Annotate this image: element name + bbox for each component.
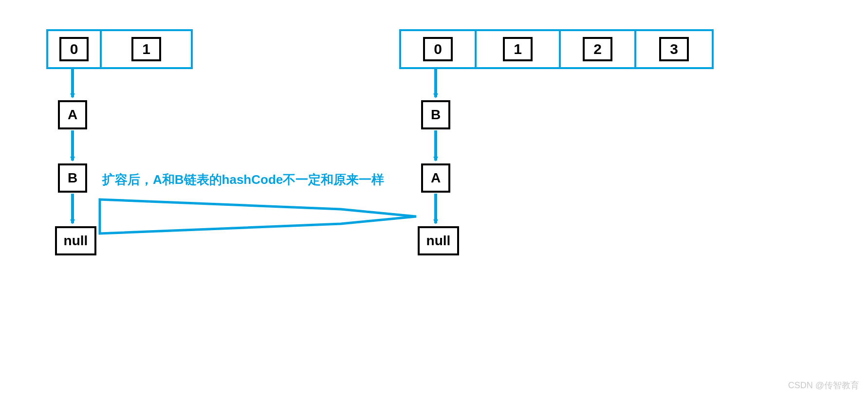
node-label: null [426,233,451,249]
diagram-root: 0 1 0 1 2 3 A B null B A null [0,0,868,396]
list-node: B [58,163,87,193]
node-label: B [68,170,77,186]
index-label: 1 [131,37,161,61]
array-cell: 3 [636,31,712,67]
array-cell: 0 [48,31,102,67]
list-node: B [421,100,450,129]
node-label: A [431,170,441,186]
node-label: null [64,233,88,249]
right-array: 0 1 2 3 [399,29,714,69]
index-label: 0 [423,37,453,61]
array-cell: 1 [102,31,191,67]
list-node: null [418,226,459,255]
node-label: A [68,107,77,123]
array-cell: 0 [401,31,477,67]
index-label: 0 [59,37,89,61]
caption-text: 扩容后，A和B链表的hashCode不一定和原来一样 [102,171,384,188]
list-node: A [421,163,450,193]
list-node: A [58,100,87,129]
node-label: B [431,107,441,123]
list-node: null [55,226,96,255]
index-label: 2 [583,37,612,61]
index-label: 1 [503,37,533,61]
left-array: 0 1 [46,29,193,69]
big-arrow-right-icon [100,199,416,234]
watermark-text: CSDN @传智教育 [788,379,859,391]
index-label: 3 [659,37,689,61]
array-cell: 2 [561,31,636,67]
array-cell: 1 [477,31,561,67]
